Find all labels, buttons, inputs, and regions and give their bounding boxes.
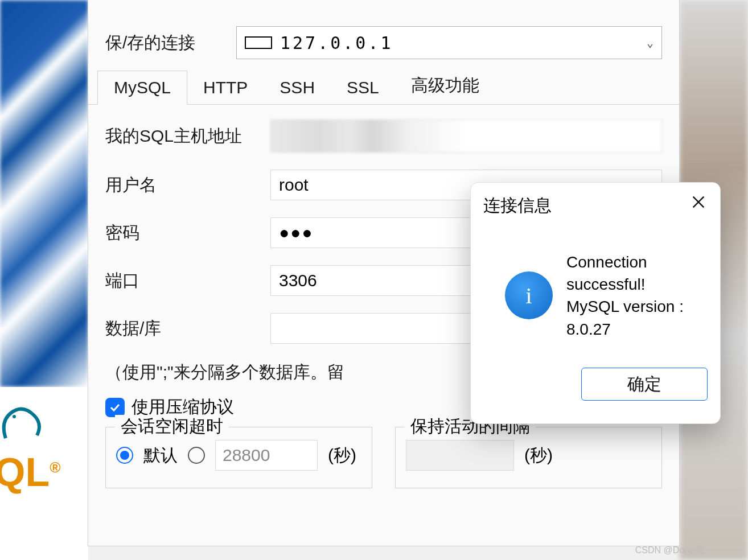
close-icon	[691, 194, 706, 210]
keepalive-unit: (秒)	[524, 444, 553, 467]
timeout-value-input[interactable]	[215, 440, 318, 471]
dialog-message: Connection successful! MySQL version : 8…	[566, 251, 709, 340]
mysql-logo-text: QL®	[0, 450, 60, 495]
timeout-default-radio[interactable]	[116, 447, 133, 464]
idle-timeout-legend: 会话空闲超时	[115, 415, 229, 438]
username-label: 用户名	[105, 174, 270, 197]
dialog-line1: Connection successful!	[566, 251, 709, 295]
decorative-puzzle-texture	[0, 0, 88, 387]
dialog-ok-button[interactable]: 确定	[581, 368, 708, 401]
password-label: 密码	[105, 221, 270, 245]
tab-ssl[interactable]: SSL	[331, 71, 395, 104]
host-input-blurred[interactable]	[270, 120, 662, 153]
tab-mysql[interactable]: MySQL	[97, 71, 187, 105]
mysql-logo-area: QL®	[0, 387, 88, 529]
port-label: 端口	[105, 269, 270, 293]
tab-http[interactable]: HTTP	[187, 71, 264, 104]
keepalive-group: 保持活动的间隔 (秒)	[395, 427, 662, 488]
connection-info-dialog: 连接信息 i Connection successful! MySQL vers…	[470, 182, 721, 424]
saved-connection-value: 127.0.0.1	[280, 33, 393, 53]
left-background: QL®	[0, 0, 88, 560]
timeout-custom-radio[interactable]	[188, 447, 205, 464]
host-label: 我的SQL主机地址	[105, 125, 270, 148]
dialog-title: 连接信息	[483, 194, 552, 217]
tab-advanced[interactable]: 高级功能	[395, 67, 495, 104]
tab-ssh[interactable]: SSH	[264, 71, 331, 104]
saved-connection-combobox[interactable]: 127.0.0.1 ⌄	[236, 26, 662, 59]
dialog-close-button[interactable]	[688, 192, 709, 212]
chevron-down-icon: ⌄	[647, 36, 654, 50]
saved-connection-label: 保/存的连接	[105, 31, 236, 55]
svg-point-0	[13, 415, 16, 418]
connection-tabs: MySQL HTTP SSH SSL 高级功能	[88, 72, 679, 105]
dialog-line2: MySQL version : 8.0.27	[566, 295, 709, 340]
compress-checkbox[interactable]	[105, 398, 125, 417]
watermark: CSDN @Dong雨	[635, 545, 704, 557]
info-icon: i	[505, 271, 553, 319]
connection-color-swatch	[245, 36, 272, 49]
idle-timeout-group: 会话空闲超时 默认 (秒)	[105, 427, 372, 488]
timeout-default-label: 默认	[143, 444, 178, 467]
keepalive-value-input[interactable]	[406, 440, 514, 471]
check-icon	[108, 401, 122, 414]
timeout-unit: (秒)	[328, 444, 356, 467]
database-label: 数据/库	[105, 317, 270, 340]
